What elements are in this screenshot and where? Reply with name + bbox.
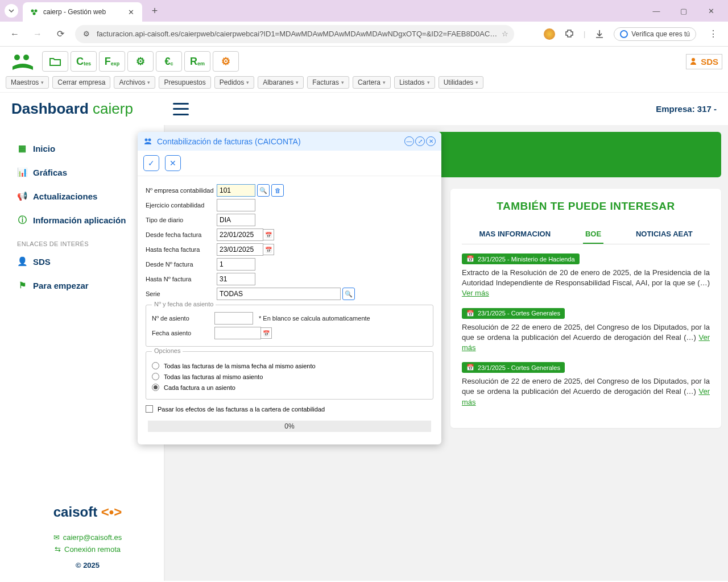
copyright: © 2025 xyxy=(17,561,158,569)
dialog-close-button[interactable]: ✕ xyxy=(426,136,436,146)
folder-icon xyxy=(49,56,61,66)
check-row-cartera[interactable]: Pasar los efectos de las facturas a la c… xyxy=(146,405,433,413)
site-settings-icon[interactable]: ⚙ xyxy=(81,30,92,38)
input-empresa[interactable] xyxy=(217,184,255,197)
back-button[interactable]: ← xyxy=(7,26,23,42)
bookmark-icon[interactable]: ☆ xyxy=(502,30,508,38)
downloads-button[interactable] xyxy=(594,29,605,39)
browser-tab[interactable]: caierp - Gestión web ✕ xyxy=(23,2,142,22)
checkbox-cartera[interactable] xyxy=(146,405,153,413)
calendar-button-asiento[interactable]: 📅 xyxy=(260,327,272,339)
menu-facturas[interactable]: Facturas▾ xyxy=(307,76,349,89)
search-serie-button[interactable]: 🔍 xyxy=(342,288,355,300)
dialog-minimize-button[interactable]: — xyxy=(404,136,414,146)
browser-menu-button[interactable]: ⋮ xyxy=(705,26,721,42)
url-input[interactable]: ⚙ facturacion.api-caisoft.es/caierpweb/c… xyxy=(75,25,514,43)
input-tipo[interactable] xyxy=(217,214,255,226)
tab-search-button[interactable] xyxy=(5,4,18,18)
radio-icon[interactable] xyxy=(152,362,159,369)
forward-button[interactable]: → xyxy=(30,26,46,42)
dialog-maximize-button[interactable]: ⤢ xyxy=(415,136,425,146)
input-desde-num[interactable] xyxy=(217,258,255,271)
menu-maestros[interactable]: Maestros▾ xyxy=(6,76,49,89)
ver-mas-link[interactable]: Ver más xyxy=(462,289,489,297)
menu-listados[interactable]: Listados▾ xyxy=(394,76,435,89)
maximize-button[interactable]: ▢ xyxy=(676,3,692,19)
cancel-button[interactable]: ✕ xyxy=(165,155,181,171)
identity-dot-icon xyxy=(620,30,628,38)
radio-option-2[interactable]: Cada factura a un asiento xyxy=(152,384,427,391)
menu-cerrar-empresa[interactable]: Cerrar empresa xyxy=(52,76,110,89)
app-logo[interactable] xyxy=(6,50,40,73)
address-bar: ← → ⟳ ⚙ facturacion.api-caisoft.es/caier… xyxy=(0,22,728,47)
identity-chip[interactable]: Verifica que eres tú xyxy=(614,27,696,41)
footer-remote-link[interactable]: ⇆Conexión remota xyxy=(17,543,158,555)
sidebar-heading: ENLACES DE INTERÉS xyxy=(17,240,158,247)
toolbar-euro-button[interactable]: €c xyxy=(156,51,182,72)
calendar-button-desde[interactable]: 📅 xyxy=(263,229,274,240)
menu-albaranes[interactable]: Albaranes▾ xyxy=(258,76,304,89)
radio-option-1[interactable]: Todas las facturas al mismo asiento xyxy=(152,373,427,380)
close-window-button[interactable]: ✕ xyxy=(703,3,719,19)
menu-utilidades[interactable]: Utilidades▾ xyxy=(439,76,484,89)
sidebar-item-información-aplicación[interactable]: ⓘInformación aplicación xyxy=(17,208,158,232)
chevron-down-icon xyxy=(9,8,14,14)
tab-boe[interactable]: BOE xyxy=(583,225,603,244)
extensions-button[interactable] xyxy=(564,29,574,39)
extension-icon[interactable] xyxy=(544,28,555,40)
caisoft-logo: caisoft <•> xyxy=(17,504,158,520)
news-badge: 📅23/1/2025 - Cortes Generales xyxy=(462,308,565,319)
ver-mas-link[interactable]: Ver más xyxy=(462,333,710,352)
sidebar-item-actualizaciones[interactable]: 📢Actualizaciones xyxy=(17,184,158,208)
ver-mas-link[interactable]: Ver más xyxy=(462,387,710,406)
footer-email-link[interactable]: ✉caierp@caisoft.es xyxy=(17,531,158,543)
sidebar-item-gráficas[interactable]: 📊Gráficas xyxy=(17,160,158,184)
menu-cartera[interactable]: Cartera▾ xyxy=(353,76,391,89)
new-tab-button[interactable]: + xyxy=(147,3,163,19)
input-ejercicio[interactable] xyxy=(217,199,255,211)
menu-archivos[interactable]: Archivos▾ xyxy=(114,76,155,89)
tab-noticias-aeat[interactable]: NOTICIAS AEAT xyxy=(634,225,695,244)
sds-button[interactable]: SDS xyxy=(686,54,722,69)
news-badge: 📅23/1/2025 - Cortes Generales xyxy=(462,362,565,373)
sync-icon: ⇆ xyxy=(55,545,61,554)
accept-button[interactable]: ✓ xyxy=(143,155,159,171)
dialog-contabilizacion: Contabilización de facturas (CAICONTA) —… xyxy=(138,132,441,444)
tab-mas-informacion[interactable]: MAS INFORMACION xyxy=(477,225,553,244)
news-text: Extracto de la Resolución de 20 de enero… xyxy=(462,268,710,299)
input-serie[interactable] xyxy=(217,288,341,300)
label-hasta-fecha: Hasta fecha factura xyxy=(146,246,217,253)
news-item: 📅23/1/2025 - Cortes GeneralesResolución … xyxy=(462,308,710,354)
radio-icon[interactable] xyxy=(152,373,159,380)
radio-icon[interactable] xyxy=(152,384,159,391)
burger-menu-button[interactable] xyxy=(173,103,189,115)
search-empresa-button[interactable]: 🔍 xyxy=(257,184,270,197)
radio-option-0[interactable]: Todas las facturas de la misma fecha al … xyxy=(152,362,427,369)
input-fecha-asiento[interactable] xyxy=(214,327,261,339)
toolbar-open-button[interactable] xyxy=(42,51,68,72)
reload-button[interactable]: ⟳ xyxy=(52,26,68,42)
input-num-asiento[interactable] xyxy=(214,312,253,325)
toolbar-config-button[interactable]: ⚙ xyxy=(213,51,239,72)
toolbar-settings-button[interactable]: ⚙ xyxy=(127,51,154,72)
search-icon: 🔍 xyxy=(259,187,267,194)
minimize-button[interactable]: — xyxy=(648,3,664,19)
input-desde-fecha[interactable] xyxy=(217,228,263,241)
sidebar-link-sds[interactable]: 👤SDS xyxy=(17,250,158,273)
dialog-titlebar[interactable]: Contabilización de facturas (CAICONTA) —… xyxy=(138,132,441,151)
toolbar-fexp-button[interactable]: Fexp xyxy=(99,51,125,72)
menu-pedidos[interactable]: Pedidos▾ xyxy=(214,76,254,89)
input-hasta-num[interactable] xyxy=(217,273,255,285)
clear-empresa-button[interactable]: 🗑 xyxy=(271,184,284,197)
toolbar-rem-button[interactable]: Rem xyxy=(184,51,210,72)
sidebar-link-para-empezar[interactable]: ⚑Para empezar xyxy=(17,273,158,297)
sidebar-item-inicio[interactable]: ▦Inicio xyxy=(17,136,158,160)
tab-close-button[interactable]: ✕ xyxy=(126,7,135,16)
svg-point-1 xyxy=(35,10,38,13)
toolbar-ctes-button[interactable]: Ctes xyxy=(71,51,97,72)
calendar-button-hasta[interactable]: 📅 xyxy=(263,244,274,255)
browser-titlebar: caierp - Gestión web ✕ + — ▢ ✕ xyxy=(0,0,728,22)
menu-presupuestos[interactable]: Presupuestos xyxy=(159,76,210,89)
input-hasta-fecha[interactable] xyxy=(217,243,263,256)
content-area: TAMBIÉN TE PUEDE INTERESAR MAS INFORMACI… xyxy=(165,125,728,581)
